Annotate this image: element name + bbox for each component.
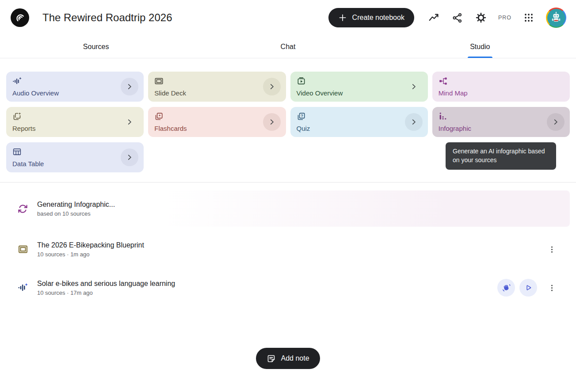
- artifact-subtitle: based on 10 sources: [37, 210, 115, 217]
- studio-tool-mind-map[interactable]: Mind Map: [432, 72, 570, 102]
- report-sparkle-icon: [12, 112, 137, 121]
- slide-deck-icon: [154, 76, 279, 85]
- avatar[interactable]: [546, 8, 566, 28]
- video-overview-icon: [297, 76, 422, 85]
- audio-waveform-sparkle-icon: [12, 76, 137, 85]
- chevron-right-icon[interactable]: [121, 78, 138, 95]
- chevron-right-icon[interactable]: [121, 113, 138, 131]
- add-note-container: Add note: [0, 348, 576, 369]
- artifact-text: Solar e-bikes and serious language learn…: [37, 280, 175, 296]
- slide-deck-icon: [18, 244, 29, 255]
- artifact-list: Generating Infographic... based on 10 so…: [0, 183, 576, 304]
- tab-chat[interactable]: Chat: [192, 35, 384, 58]
- tool-label: Slide Deck: [154, 89, 279, 97]
- artifact-row-generating-infographic[interactable]: Generating Infographic... based on 10 so…: [6, 190, 570, 227]
- settings-gear-icon[interactable]: [475, 11, 487, 24]
- tab-sources-label: Sources: [83, 43, 109, 51]
- infographic-bars-icon: [439, 112, 564, 121]
- studio-tool-quiz[interactable]: ? Quiz: [290, 107, 428, 137]
- studio-tool-reports[interactable]: Reports: [6, 107, 144, 137]
- artifact-subtitle: 10 sources · 1m ago: [37, 251, 144, 258]
- artifact-title: Solar e-bikes and serious language learn…: [37, 280, 175, 288]
- chevron-right-icon[interactable]: [405, 113, 423, 131]
- analytics-trending-up-icon[interactable]: [428, 11, 440, 24]
- tool-label: Infographic: [439, 125, 564, 132]
- artifact-title: The 2026 E-Bikepacking Blueprint: [37, 241, 144, 249]
- kebab-menu-icon[interactable]: [546, 240, 557, 258]
- header-actions: Create notebook: [328, 8, 566, 28]
- tool-label: Reports: [12, 125, 137, 132]
- artifact-row-slide-deck[interactable]: The 2026 E-Bikepacking Blueprint 10 sour…: [6, 233, 570, 265]
- studio-tool-slide-deck[interactable]: Slide Deck: [148, 72, 286, 102]
- data-table-icon: [12, 147, 137, 156]
- artifact-subtitle: 10 sources · 17m ago: [37, 289, 175, 296]
- create-notebook-label: Create notebook: [352, 14, 404, 22]
- tab-chat-label: Chat: [281, 43, 296, 51]
- artifact-text: Generating Infographic... based on 10 so…: [37, 201, 115, 217]
- add-note-label: Add note: [281, 354, 309, 362]
- svg-text:?: ?: [301, 114, 303, 118]
- interactive-mode-hand-icon[interactable]: [497, 279, 515, 297]
- artifact-text: The 2026 E-Bikepacking Blueprint 10 sour…: [37, 241, 144, 258]
- play-icon[interactable]: [519, 279, 537, 297]
- tool-label: Audio Overview: [12, 89, 137, 97]
- app-header: The Rewired Roadtrip 2026 Create noteboo…: [0, 0, 576, 35]
- mind-map-icon: [439, 76, 564, 85]
- studio-tool-flashcards[interactable]: Flashcards: [148, 107, 286, 137]
- notebooklm-logo-icon[interactable]: [11, 8, 29, 27]
- audio-waveform-sparkle-icon: [18, 282, 29, 293]
- studio-tool-infographic[interactable]: Infographic: [432, 107, 570, 137]
- tool-label: Mind Map: [439, 89, 564, 97]
- notebook-title[interactable]: The Rewired Roadtrip 2026: [42, 11, 172, 24]
- active-tab-underline: [468, 57, 492, 58]
- chevron-right-icon[interactable]: [263, 113, 281, 131]
- pro-badge: PRO: [498, 15, 511, 21]
- tab-studio[interactable]: Studio: [384, 35, 576, 58]
- infographic-tooltip: Generate an AI infographic based on your…: [446, 142, 556, 170]
- studio-tool-data-table[interactable]: Data Table: [6, 142, 144, 172]
- tool-label: Data Table: [12, 160, 137, 167]
- note-icon: [267, 354, 276, 363]
- share-icon[interactable]: [451, 11, 464, 24]
- studio-tool-video-overview[interactable]: Video Overview: [290, 72, 428, 102]
- chevron-right-icon[interactable]: [547, 113, 565, 131]
- artifact-title: Generating Infographic...: [37, 201, 115, 209]
- apps-grid-icon[interactable]: [523, 11, 535, 24]
- add-note-button[interactable]: Add note: [256, 348, 320, 369]
- studio-tool-audio-overview[interactable]: Audio Overview: [6, 72, 144, 102]
- tool-label: Quiz: [297, 125, 422, 132]
- chevron-right-icon[interactable]: [121, 148, 138, 166]
- tool-label: Flashcards: [154, 125, 279, 132]
- plus-icon: [338, 13, 347, 22]
- chevron-right-icon[interactable]: [263, 78, 281, 95]
- sync-progress-icon: [18, 204, 29, 214]
- flashcards-star-icon: [154, 112, 279, 121]
- avatar-robot-image: [547, 9, 565, 27]
- tab-sources[interactable]: Sources: [0, 35, 192, 58]
- artifact-row-audio-overview[interactable]: Solar e-bikes and serious language learn…: [6, 272, 570, 304]
- panel-tabs: Sources Chat Studio: [0, 35, 576, 58]
- tool-label: Video Overview: [297, 89, 422, 97]
- quiz-question-icon: ?: [297, 112, 422, 121]
- chevron-right-icon[interactable]: [405, 78, 423, 95]
- tab-studio-label: Studio: [470, 43, 490, 51]
- kebab-menu-icon[interactable]: [546, 279, 557, 297]
- create-notebook-button[interactable]: Create notebook: [328, 8, 414, 27]
